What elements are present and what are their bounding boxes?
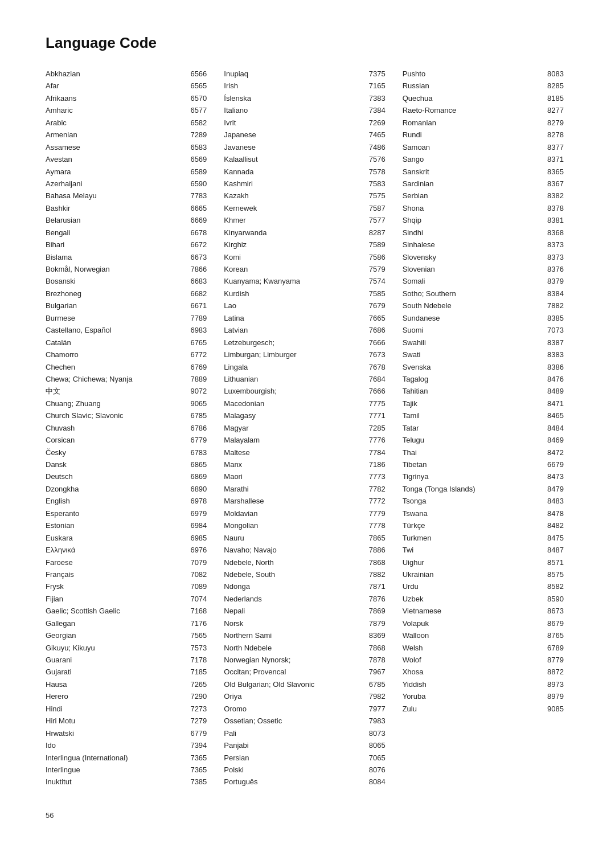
language-name: Oriya: [224, 690, 363, 702]
list-item: Marshallese7772: [224, 495, 396, 507]
list-item: Aymara6589: [46, 166, 218, 178]
language-name: Svenska: [403, 361, 542, 373]
language-name: Maltese: [224, 447, 363, 458]
list-item: Avestan6569: [46, 153, 218, 165]
language-name: Tsonga: [403, 495, 542, 507]
language-code: 7269: [364, 117, 386, 129]
language-code: 8973: [542, 678, 564, 690]
language-code: 7375: [364, 68, 386, 80]
page-number: 56: [46, 811, 581, 820]
language-code: 8383: [542, 349, 564, 361]
list-item: Yoruba8979: [403, 690, 575, 702]
language-name: Yiddish: [403, 678, 542, 690]
list-item: Mongolian7778: [224, 519, 396, 531]
language-name: Gallegan: [46, 617, 185, 629]
language-name: Sango: [403, 153, 542, 165]
list-item: Kinyarwanda8287: [224, 227, 396, 239]
language-name: Tahitian: [403, 385, 542, 397]
language-code: 7585: [364, 288, 386, 300]
list-item: Kalaallisut7576: [224, 153, 396, 165]
language-code: 8371: [542, 153, 564, 165]
language-name: Fijian: [46, 593, 185, 605]
language-code: 8471: [542, 398, 564, 410]
language-name: Česky: [46, 447, 185, 458]
list-item: Irish7165: [224, 80, 396, 92]
language-name: Wolof: [403, 654, 542, 666]
language-name: Turkmen: [403, 532, 542, 544]
language-name: Russian: [403, 80, 542, 92]
language-name: Tajik: [403, 398, 542, 410]
list-item: Manx7186: [224, 458, 396, 470]
language-code: 7869: [364, 605, 386, 617]
language-name: Panjabi: [224, 739, 363, 751]
language-name: Telugu: [403, 434, 542, 446]
language-code: 7679: [364, 300, 386, 312]
language-name: Tigrinya: [403, 470, 542, 482]
language-name: Manx: [224, 458, 363, 470]
list-item: Sango8371: [403, 153, 575, 165]
list-item: Deutsch6869: [46, 470, 218, 482]
language-name: Pali: [224, 727, 363, 739]
language-code: 7866: [185, 263, 207, 275]
language-code: 7578: [364, 166, 386, 178]
language-name: English: [46, 495, 185, 507]
language-code: 7575: [364, 190, 386, 202]
list-item: Chuang; Zhuang9065: [46, 398, 218, 410]
language-code: 7486: [364, 141, 386, 153]
language-name: Macedonian: [224, 398, 363, 410]
language-name: Deutsch: [46, 470, 185, 482]
language-code: 8376: [542, 263, 564, 275]
language-name: Afrikaans: [46, 92, 185, 104]
list-item: Esperanto6979: [46, 507, 218, 519]
language-name: Thai: [403, 447, 542, 458]
language-code: 8590: [542, 593, 564, 605]
list-item: Bokmål, Norwegian7866: [46, 263, 218, 275]
list-item: Ossetian; Ossetic7983: [224, 715, 396, 727]
language-name: Íslenska: [224, 92, 363, 104]
language-code: 8285: [542, 80, 564, 92]
list-item: Polski8076: [224, 764, 396, 776]
list-item: Ndebele, North7868: [224, 556, 396, 568]
language-code: 8478: [542, 507, 564, 519]
list-item: Twi8487: [403, 544, 575, 556]
language-code: 8475: [542, 532, 564, 544]
list-item: Uzbek8590: [403, 593, 575, 605]
list-item: Uighur8571: [403, 556, 575, 568]
language-code: 7290: [185, 690, 207, 702]
language-code: 8287: [364, 227, 386, 239]
list-item: Herero7290: [46, 690, 218, 702]
list-item: Belarusian6669: [46, 214, 218, 226]
language-name: Pushto: [403, 68, 542, 80]
language-name: Bokmål, Norwegian: [46, 263, 185, 275]
language-name: Hiri Motu: [46, 715, 185, 727]
language-table: Abkhazian6566Afar6565Afrikaans6570Amhari…: [46, 68, 581, 788]
language-code: 7782: [364, 483, 386, 495]
language-name: Suomi: [403, 324, 542, 336]
language-code: 8582: [542, 580, 564, 592]
list-item: Íslenska7383: [224, 92, 396, 104]
language-name: Euskara: [46, 532, 185, 544]
list-item: Euskara6985: [46, 532, 218, 544]
language-name: Catalán: [46, 337, 185, 349]
language-name: Bashkir: [46, 202, 185, 214]
language-code: 6976: [185, 544, 207, 556]
language-name: Inupiaq: [224, 68, 363, 80]
language-code: 6984: [185, 519, 207, 531]
list-item: Romanian8279: [403, 117, 575, 129]
list-item: Nepali7869: [224, 605, 396, 617]
list-item: Russian8285: [403, 80, 575, 92]
language-name: Swati: [403, 349, 542, 361]
language-name: South Ndebele: [403, 300, 542, 312]
language-name: Sotho; Southern: [403, 288, 542, 300]
language-name: Romanian: [403, 117, 542, 129]
language-code: 7889: [185, 373, 207, 385]
list-item: Corsican6779: [46, 434, 218, 446]
language-code: 6665: [185, 202, 207, 214]
language-name: Church Slavic; Slavonic: [46, 410, 185, 421]
list-item: Kirghiz7589: [224, 239, 396, 251]
language-name: Sanskrit: [403, 166, 542, 178]
list-item: Hiri Motu7279: [46, 715, 218, 727]
language-name: Kalaallisut: [224, 153, 363, 165]
language-name: Uzbek: [403, 593, 542, 605]
language-code: 7065: [364, 752, 386, 764]
